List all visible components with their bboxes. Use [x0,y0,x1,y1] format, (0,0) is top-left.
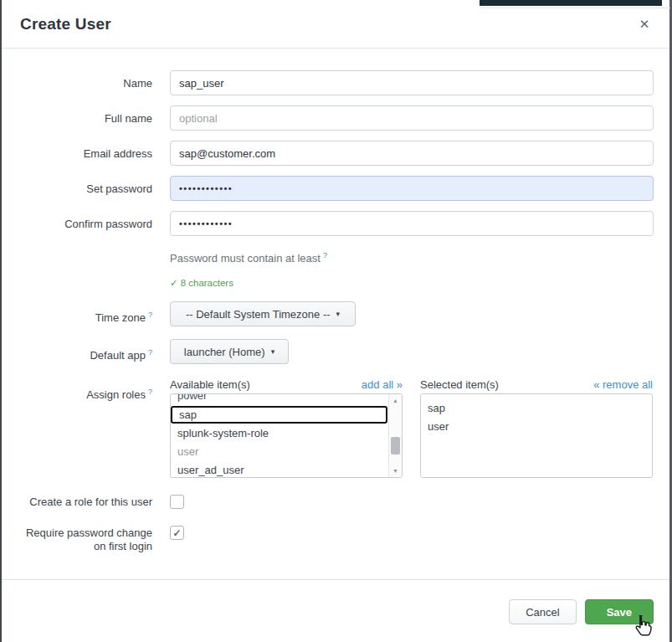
set-password-row: Set password [0,176,672,201]
cancel-button[interactable]: Cancel [509,599,576,624]
require-password-change-label: Require password change on first login [0,525,152,553]
checkmark-icon: ✓ [172,527,181,539]
email-row: Email address [0,141,672,166]
selected-roles-listbox[interactable]: sapuser [420,393,653,478]
available-roles-list: powersapsplunk-system-roleuseruser_ad_us… [171,394,388,477]
role-item[interactable]: splunk-system-role [171,424,388,443]
remove-all-link[interactable]: « remove all [593,378,653,391]
timezone-row: Time zone? -- Default System Timezone --… [0,301,672,326]
default-app-value: launcher (Home) [184,346,265,358]
background-top-hairline [480,8,670,8]
full-name-row: Full name [0,105,672,131]
email-label: Email address [0,141,152,166]
name-input[interactable] [170,70,654,95]
selected-roles-list: sapuser [421,394,652,477]
password-requirement-met: ✓8 characters [170,277,672,289]
role-item[interactable]: user [421,418,652,436]
role-item[interactable]: sap [171,406,387,424]
scroll-up-icon[interactable]: ▲ [389,394,402,407]
scrollbar-thumb[interactable] [391,437,400,455]
confirm-password-row: Confirm password [0,211,672,236]
close-icon[interactable]: ✕ [637,17,652,32]
require-password-change-line2: on first login [0,540,152,553]
timezone-label-text: Time zone [95,312,146,325]
password-rules-text: Password must contain at least [170,252,321,265]
assign-roles-label: Assign roles? [0,378,152,478]
require-password-change-checkbox[interactable]: ✓ [170,526,184,540]
full-name-input[interactable] [170,105,654,131]
email-field[interactable] [170,141,654,166]
timezone-label: Time zone? [0,301,152,326]
available-items-header: Available item(s) [170,378,250,391]
page-title: Create User [20,15,111,33]
create-user-modal: Create User ✕ Name Full name Email addre… [0,0,672,553]
name-label: Name [0,70,152,95]
create-role-checkbox[interactable] [170,495,184,509]
password-rules-intro: Password must contain at least? [170,251,672,265]
selected-roles-panel: Selected item(s) « remove all sapuser [420,378,653,478]
assign-roles-help-icon[interactable]: ? [148,388,152,396]
default-app-help-icon[interactable]: ? [148,348,152,357]
password-rules-block: Password must contain at least? ✓8 chara… [170,251,672,289]
role-item[interactable]: user_ad_user [171,461,388,477]
default-app-label: Default app? [0,339,152,364]
scroll-down-icon[interactable]: ▼ [389,465,402,477]
check-icon: ✓ [170,278,178,288]
full-name-label: Full name [0,105,152,131]
background-top-bar [480,0,662,6]
role-item[interactable]: sap [421,399,652,418]
require-password-change-row: Require password change on first login ✓ [0,525,672,553]
assign-roles-label-text: Assign roles [86,389,146,402]
modal-footer: Cancel Save [0,579,672,642]
default-app-label-text: Default app [90,350,146,362]
chevron-down-icon: ▾ [271,347,275,356]
requirement-text: 8 characters [181,278,233,288]
scrollbar-track[interactable] [389,407,402,465]
add-all-link[interactable]: add all » [362,378,403,391]
role-item[interactable]: power [171,394,388,405]
chevron-down-icon: ▾ [336,310,341,318]
available-roles-panel: Available item(s) add all » powersapsplu… [170,378,403,478]
available-roles-listbox[interactable]: powersapsplunk-system-roleuseruser_ad_us… [170,393,403,478]
require-password-change-line1: Require password change [0,526,152,540]
timezone-value: -- Default System Timezone -- [186,308,331,321]
timezone-help-icon[interactable]: ? [148,311,152,319]
create-role-label: Create a role for this user [0,494,152,509]
set-password-label: Set password [0,176,152,201]
window-left-edge [0,0,2,642]
selected-items-header: Selected item(s) [420,378,499,391]
password-rules-help-icon[interactable]: ? [323,251,327,259]
assign-roles-row: Assign roles? Available item(s) add all … [0,378,672,478]
name-row: Name [0,70,672,95]
confirm-password-label: Confirm password [0,211,152,236]
create-role-row: Create a role for this user [0,494,672,509]
save-button[interactable]: Save [585,599,654,624]
set-password-input[interactable] [170,176,654,201]
timezone-dropdown[interactable]: -- Default System Timezone -- ▾ [170,301,356,326]
modal-body: Name Full name Email address Set passwor… [0,49,672,553]
default-app-row: Default app? launcher (Home) ▾ [0,339,672,364]
confirm-password-input[interactable] [170,211,654,236]
scrollbar[interactable]: ▲ ▼ [388,394,402,477]
role-item[interactable]: user [171,443,388,461]
default-app-dropdown[interactable]: launcher (Home) ▾ [170,339,289,364]
